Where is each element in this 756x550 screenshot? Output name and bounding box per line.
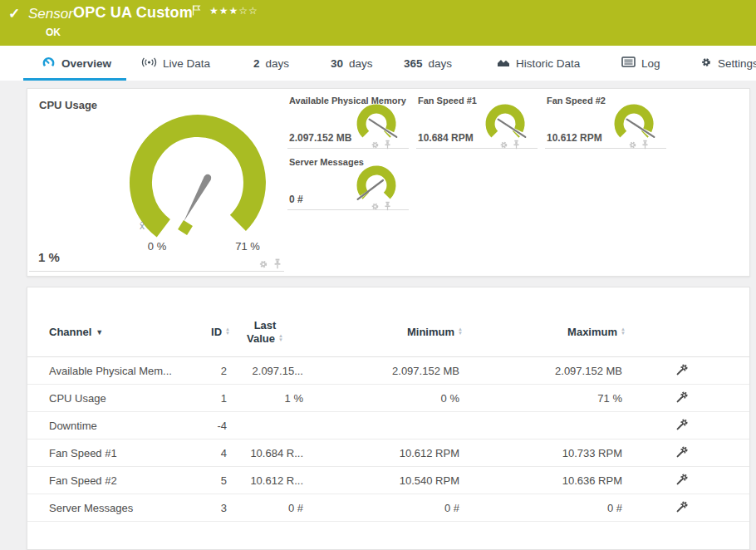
table-row[interactable]: Fan Speed #2510.612 R...10.540 RPM10.636… [27, 467, 749, 494]
flag-icon[interactable] [192, 4, 201, 19]
cpu-gauge [125, 107, 275, 250]
channel-table-panel: Channel▼ ID▲▼ Last Value▲▼ Minimum▲▼ Max… [27, 287, 750, 550]
mini-gauge-cell: Fan Speed #110.684 RPM [416, 96, 538, 149]
gear-icon[interactable] [371, 199, 380, 214]
channel-settings-icon[interactable] [675, 473, 689, 489]
mini-gauge-value: 10.684 RPM [418, 132, 474, 144]
channel-settings-icon[interactable] [675, 445, 689, 462]
column-header-channel[interactable]: Channel▼ [49, 326, 103, 338]
pin-icon[interactable] [273, 258, 282, 273]
mini-gauge-title: Fan Speed #1 [418, 96, 477, 106]
tab-365-days[interactable]: 365 days [404, 46, 452, 81]
sort-arrows-icon: ▲▼ [458, 327, 463, 336]
tab-365-days-number: 365 [404, 57, 423, 70]
cell-last-value: 10.612 R... [220, 474, 303, 487]
sensor-type-label: Sensor [28, 6, 73, 22]
cpu-gauge-title: CPU Usage [39, 99, 97, 111]
sensor-name: OPC UA Custom [73, 4, 193, 22]
pin-icon[interactable] [384, 199, 391, 214]
table-row[interactable]: Fan Speed #1410.684 R...10.612 RPM10.733… [27, 440, 749, 467]
tab-overview-label: Overview [61, 57, 111, 70]
live-signal-icon [141, 56, 157, 71]
tab-live-data-label: Live Data [163, 57, 210, 70]
cell-last-value: 1 % [220, 392, 303, 405]
cell-id: 4 [144, 447, 227, 459]
mini-gauge-cell: Server Messages0 # [287, 157, 409, 210]
table-row[interactable]: Downtime-4 [27, 412, 749, 440]
cell-id: -4 [144, 420, 227, 432]
tab-historic-data[interactable]: Historic Data [497, 46, 580, 81]
tab-log-label: Log [641, 57, 660, 70]
gear-icon [700, 56, 712, 71]
cell-channel: Fan Speed #1 [49, 447, 117, 459]
tab-settings-label: Settings [718, 57, 756, 70]
column-header-last-value[interactable]: Last Value▲▼ [227, 319, 303, 346]
column-header-id[interactable]: ID▲▼ [144, 326, 230, 338]
cell-channel: Server Messages [49, 502, 133, 514]
status-ok-check-icon: ✓ [8, 5, 20, 22]
tab-live-data[interactable]: Live Data [141, 46, 210, 81]
tab-settings[interactable]: Settings [700, 46, 756, 81]
cell-id: 3 [144, 502, 227, 514]
sensor-overview-page: ✓ Sensor OPC UA Custom ★★★☆☆ OK Overview [0, 0, 756, 550]
column-header-minimum[interactable]: Minimum▲▼ [360, 326, 463, 338]
cell-minimum: 0 # [343, 502, 459, 514]
gear-icon[interactable] [371, 138, 380, 153]
cell-minimum: 0 % [343, 392, 459, 405]
cpu-gauge-max-label: 71 % [228, 240, 268, 253]
sort-arrows-icon: ▲▼ [278, 334, 283, 342]
gauge-average-marker: x̄ [140, 220, 145, 232]
sensor-status-text: OK [46, 27, 61, 38]
pin-icon[interactable] [641, 138, 649, 153]
tab-2-days-label: days [266, 57, 290, 70]
tab-2-days[interactable]: 2 days [253, 46, 289, 81]
sort-caret-icon: ▼ [96, 328, 103, 336]
area-chart-icon [497, 56, 510, 71]
cell-id: 5 [144, 474, 227, 487]
tab-log[interactable]: Log [621, 46, 660, 81]
channel-settings-icon[interactable] [675, 500, 689, 517]
cell-id: 1 [144, 392, 227, 405]
column-header-maximum[interactable]: Maximum▲▼ [523, 326, 626, 338]
pin-icon[interactable] [513, 138, 520, 153]
cell-channel: Downtime [49, 420, 97, 432]
cell-id: 2 [144, 365, 227, 377]
priority-stars[interactable]: ★★★☆☆ [209, 5, 258, 17]
table-row[interactable]: Available Physical Mem...22.097.15...2.0… [27, 357, 749, 385]
table-header-row: Channel▼ ID▲▼ Last Value▲▼ Minimum▲▼ Max… [27, 287, 749, 357]
channel-settings-icon[interactable] [675, 363, 689, 380]
mini-gauge-cell: Fan Speed #210.612 RPM [545, 96, 666, 149]
tab-2-days-number: 2 [253, 57, 260, 70]
tab-bar: Overview Live Data 2 days 30 days 365 [0, 46, 756, 81]
gauges-panel: CPU Usage x̄ 0 % 71 % 1 % Available Phys… [27, 88, 750, 277]
cell-minimum: 2.097.152 MB [343, 365, 459, 377]
sort-arrows-icon: ▲▼ [621, 327, 626, 336]
channel-settings-icon[interactable] [675, 390, 689, 407]
gear-icon[interactable] [258, 258, 268, 273]
cell-channel: CPU Usage [49, 392, 106, 405]
tab-overview[interactable]: Overview [42, 46, 111, 81]
tab-30-days-label: days [349, 57, 373, 70]
active-tab-underline [23, 78, 126, 81]
mini-gauge-value: 2.097.152 MB [289, 132, 351, 144]
tab-365-days-label: days [429, 57, 453, 70]
gauge-icon [42, 56, 56, 71]
pin-icon[interactable] [384, 138, 391, 153]
log-list-icon [621, 56, 636, 70]
sensor-status-banner: ✓ Sensor OPC UA Custom ★★★☆☆ OK [0, 0, 756, 46]
cell-maximum: 71 % [506, 392, 622, 405]
table-row[interactable]: CPU Usage11 %0 %71 % [27, 385, 749, 412]
tab-30-days[interactable]: 30 days [331, 46, 373, 81]
table-row[interactable]: Server Messages30 #0 #0 # [27, 494, 749, 522]
cell-minimum: 10.540 RPM [343, 474, 459, 487]
gear-icon[interactable] [499, 138, 508, 153]
cell-maximum: 10.636 RPM [506, 474, 622, 487]
gear-icon[interactable] [628, 138, 637, 153]
cell-maximum: 0 # [506, 502, 622, 514]
cell-last-value: 0 # [220, 502, 303, 514]
divider [29, 271, 284, 272]
cell-maximum: 10.733 RPM [506, 447, 622, 459]
mini-gauge-value: 10.612 RPM [547, 132, 602, 144]
channel-settings-icon[interactable] [675, 418, 689, 435]
tab-30-days-number: 30 [331, 57, 343, 70]
